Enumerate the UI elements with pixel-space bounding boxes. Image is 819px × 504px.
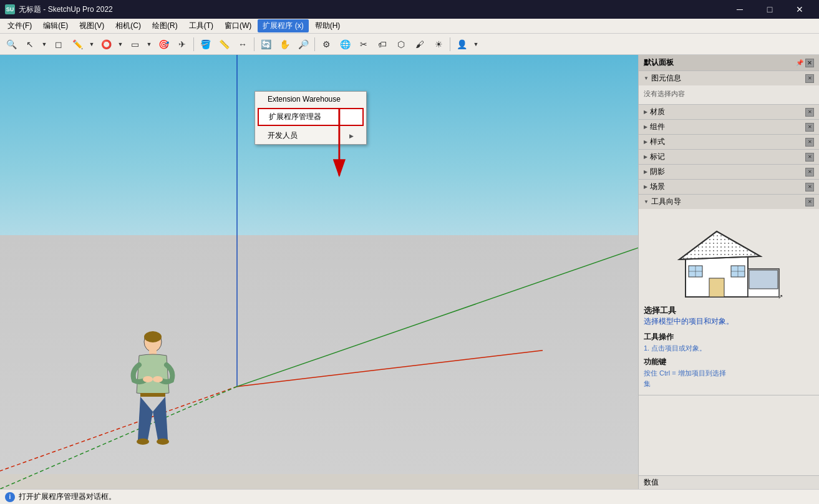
operations-title: 工具操作 [644,332,814,342]
menu-tools[interactable]: 工具(T) [184,19,218,32]
toolbar-sep-4 [450,37,450,51]
pencil-tool[interactable]: ✏️ [69,36,86,53]
dimension-tool[interactable]: ↔ [234,36,251,53]
materials-section: ▶ 材质 ✕ [639,105,819,120]
menu-extensions[interactable]: 扩展程序 (x) [258,19,308,32]
svg-marker-18 [679,231,760,259]
viewport[interactable]: Extension Warehouse 扩展程序管理器 开发人员 ▶ [0,55,638,489]
paint-tool[interactable]: 🪣 [196,36,214,53]
maximize-button[interactable]: □ [755,0,784,19]
keys-title: 功能键 [644,357,814,367]
window-title: 无标题 - SketchUp Pro 2022 [19,4,113,15]
materials-header[interactable]: ▶ 材质 ✕ [639,105,819,119]
pan-tool[interactable]: ✋ [276,36,293,53]
select-tool-title: 选择工具 [644,305,814,316]
toolbar-sep-2 [254,37,254,51]
circle-dropdown[interactable]: ▼ [116,36,125,53]
tool-guide-content: ↗ 选择工具 选择模型中的项目和对象。 工具操作 1. 点击项目或对象。 功能键… [639,209,819,395]
geo-tool[interactable]: 🌐 [336,36,354,53]
menu-developer[interactable]: 开发人员 ▶ [255,127,366,144]
shadows-close[interactable]: ✕ [805,168,814,177]
tags-label: 标记 [650,152,665,162]
components-header[interactable]: ▶ 组件 ✕ [639,120,819,134]
components-section: ▶ 组件 ✕ [639,120,819,135]
panel-body: ▼ 图元信息 ✕ 没有选择内容 ▶ 材质 [639,71,819,475]
scenes-label: 场景 [650,182,665,192]
toolbar-sep-1 [193,37,194,51]
circle-tool[interactable]: ⭕ [97,36,115,53]
tags-header[interactable]: ▶ 标记 ✕ [639,150,819,164]
menu-view[interactable]: 视图(V) [74,19,109,32]
minimize-button[interactable]: ─ [725,0,754,19]
select-tool[interactable]: ↖ [21,36,39,53]
section-tool[interactable]: ✂ [355,36,372,53]
close-button[interactable]: ✕ [785,0,814,19]
svg-point-11 [137,439,149,445]
components-close[interactable]: ✕ [805,123,814,132]
zoom-fit-tool[interactable]: 🔎 [294,36,312,53]
svg-text:↗: ↗ [778,293,783,300]
styles-section: ▶ 样式 ✕ [639,135,819,150]
push-pull-tool[interactable]: 🎯 [155,36,172,53]
entity-info-close[interactable]: ✕ [805,74,814,83]
menu-file[interactable]: 文件(F) [2,19,37,32]
eraser-tool[interactable]: ◻ [50,36,67,53]
styles-close[interactable]: ✕ [805,138,814,147]
scenes-triangle: ▶ [644,184,647,190]
menu-bar: 文件(F) 编辑(E) 视图(V) 相机(C) 绘图(R) 工具(T) 窗口(W… [0,19,819,34]
svg-rect-19 [709,278,724,297]
scenes-header[interactable]: ▶ 场景 ✕ [639,180,819,194]
materials-close[interactable]: ✕ [805,108,814,117]
human-figure [122,331,184,474]
tool-guide-close[interactable]: ✕ [805,198,814,206]
menu-edit[interactable]: 编辑(E) [38,19,73,32]
svg-point-8 [143,376,153,382]
scenes-close[interactable]: ✕ [805,183,814,191]
styles-triangle: ▶ [644,139,647,145]
materials-triangle: ▶ [644,109,647,115]
rect-dropdown[interactable]: ▼ [145,36,153,53]
tape-tool[interactable]: 📏 [215,36,233,53]
menu-window[interactable]: 窗口(W) [220,19,256,32]
menu-extension-manager[interactable]: 扩展程序管理器 [258,108,364,126]
menu-camera[interactable]: 相机(C) [110,19,146,32]
rect-tool[interactable]: ▭ [126,36,143,53]
tag-tool[interactable]: 🏷 [374,36,391,53]
dropdown-menu: Extension Warehouse 扩展程序管理器 开发人员 ▶ [254,91,367,145]
move-tool[interactable]: ✈ [173,36,191,53]
component-tool[interactable]: ⚙ [317,36,335,53]
menu-help[interactable]: 帮助(H) [310,19,346,32]
entity-info-label: 图元信息 [651,73,681,84]
orbit-tool[interactable]: 🔄 [257,36,274,53]
tags-close[interactable]: ✕ [805,153,814,162]
styles-header[interactable]: ▶ 样式 ✕ [639,135,819,149]
style-tool[interactable]: 🖌 [411,36,429,53]
shadow-tool[interactable]: ☀ [430,36,447,53]
user-dropdown[interactable]: ▼ [472,36,480,53]
panel-pin-button[interactable]: 📌 [795,59,804,67]
toolbar: 🔍 ↖ ▼ ◻ ✏️ ▼ ⭕ ▼ ▭ ▼ 🎯 ✈ 🪣 📏 ↔ 🔄 ✋ 🔎 ⚙ 🌐… [0,34,819,55]
tool-guide-header[interactable]: ▼ 工具向导 ✕ [639,195,819,209]
right-panel: 默认面板 📌 ✕ ▼ 图元信息 ✕ 没有选 [638,55,819,489]
toolbar-sep-3 [314,37,315,51]
menu-draw[interactable]: 绘图(R) [147,19,183,32]
shadows-header[interactable]: ▶ 阴影 ✕ [639,165,819,179]
entity-info-text: 没有选择内容 [644,90,685,97]
menu-extension-warehouse[interactable]: Extension Warehouse [255,92,366,107]
select-dropdown[interactable]: ▼ [40,36,49,53]
xray-tool[interactable]: ⬡ [392,36,410,53]
entity-info-header[interactable]: ▼ 图元信息 ✕ [639,71,819,85]
zoom-tool[interactable]: 🔍 [2,36,20,53]
panel-close-button[interactable]: ✕ [805,59,814,67]
materials-label: 材质 [650,107,665,117]
title-bar-left: SU 无标题 - SketchUp Pro 2022 [5,4,113,15]
panel-title: 默认面板 [644,57,674,68]
status-bar: i 打开扩展程序管理器对话框。 [0,489,819,504]
styles-label: 样式 [650,137,665,147]
operations-text-1: 1. 点击项目或对象。 [644,344,814,353]
user-icon[interactable]: 👤 [453,36,470,53]
pencil-dropdown[interactable]: ▼ [87,36,96,53]
tool-guide-image: ↗ [667,219,792,300]
main-layout: Extension Warehouse 扩展程序管理器 开发人员 ▶ [0,55,819,489]
keys-text-1: 按住 Ctrl = 增加项目到选择 [644,369,814,378]
